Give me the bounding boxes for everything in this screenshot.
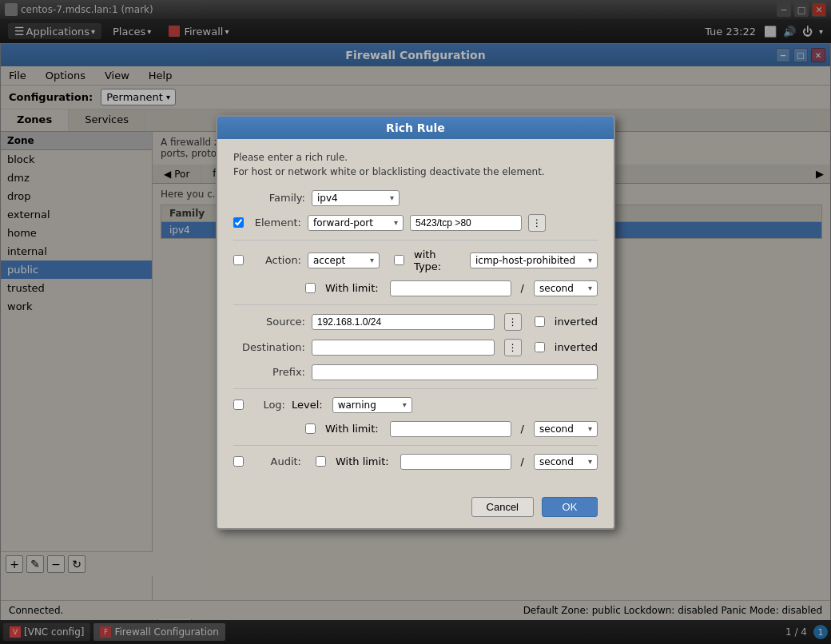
dialog-overlay: Rich Rule Please enter a rich rule. For … bbox=[0, 0, 831, 644]
source-row: Source: ⋮ inverted bbox=[233, 313, 598, 331]
element-row: Element: forward-port ▾ ⋮ bbox=[233, 214, 598, 232]
source-browse-btn[interactable]: ⋮ bbox=[504, 313, 522, 331]
log-label: Log: bbox=[253, 399, 285, 411]
destination-label: Destination: bbox=[233, 341, 305, 353]
action-limit-input[interactable] bbox=[390, 280, 511, 296]
source-inverted-label: inverted bbox=[555, 316, 598, 328]
prefix-row: Prefix: bbox=[233, 364, 598, 380]
action-limit-row: With limit: / second ▾ bbox=[305, 280, 598, 296]
rich-rule-dialog: Rich Rule Please enter a rich rule. For … bbox=[216, 115, 615, 530]
action-limit-unit: second bbox=[539, 283, 574, 294]
dialog-footer: Cancel OK bbox=[217, 489, 614, 528]
action-with-limit-checkbox[interactable] bbox=[305, 283, 316, 293]
prefix-label: Prefix: bbox=[233, 366, 305, 378]
element-value: forward-port bbox=[313, 217, 373, 229]
divider3 bbox=[233, 388, 598, 389]
with-type-label: with Type: bbox=[414, 248, 460, 272]
audit-with-limit-label: With limit: bbox=[336, 455, 389, 467]
log-limit-unit-select[interactable]: second ▾ bbox=[534, 421, 598, 437]
log-limit-input[interactable] bbox=[390, 421, 511, 437]
log-limit-slash: / bbox=[521, 423, 524, 435]
family-value: ipv4 bbox=[317, 193, 338, 204]
ok-button[interactable]: OK bbox=[542, 497, 598, 517]
family-select-arrow: ▾ bbox=[390, 193, 394, 202]
family-label: Family: bbox=[233, 192, 305, 204]
element-browse-btn[interactable]: ⋮ bbox=[528, 214, 546, 232]
destination-inverted-checkbox[interactable] bbox=[535, 342, 545, 352]
audit-label: Audit: bbox=[253, 455, 301, 467]
with-type-checkbox[interactable] bbox=[394, 255, 404, 265]
log-level-arrow: ▾ bbox=[403, 400, 407, 409]
audit-row: Audit: With limit: / second ▾ bbox=[233, 454, 598, 470]
dialog-desc: Please enter a rich rule. For host or ne… bbox=[233, 150, 598, 179]
log-with-limit-checkbox[interactable] bbox=[305, 423, 316, 434]
with-type-select[interactable]: icmp-host-prohibited ▾ bbox=[470, 252, 598, 268]
log-with-limit-label: With limit: bbox=[325, 423, 379, 435]
element-label: Element: bbox=[253, 217, 301, 229]
log-level-value: warning bbox=[338, 400, 376, 411]
destination-input[interactable] bbox=[312, 340, 495, 356]
action-checkbox[interactable] bbox=[233, 255, 244, 265]
source-input[interactable] bbox=[312, 314, 495, 330]
dialog-title: Rich Rule bbox=[217, 117, 614, 139]
audit-limit-unit-select[interactable]: second ▾ bbox=[534, 454, 598, 470]
element-checkbox[interactable] bbox=[233, 217, 244, 228]
log-limit-row: With limit: / second ▾ bbox=[305, 421, 598, 437]
action-limit-unit-select[interactable]: second ▾ bbox=[534, 280, 598, 296]
action-select-arrow: ▾ bbox=[370, 256, 374, 264]
action-limit-unit-arrow: ▾ bbox=[588, 284, 592, 292]
divider2 bbox=[233, 304, 598, 305]
action-limit-slash: / bbox=[521, 282, 524, 294]
dialog-desc-line1: Please enter a rich rule. bbox=[233, 150, 598, 165]
source-inverted-checkbox[interactable] bbox=[535, 316, 545, 327]
destination-inverted-label: inverted bbox=[555, 341, 598, 353]
family-row: Family: ipv4 ▾ bbox=[233, 190, 598, 206]
audit-limit-input[interactable] bbox=[400, 454, 511, 470]
with-type-select-arrow: ▾ bbox=[588, 256, 592, 264]
dialog-body: Please enter a rich rule. For host or ne… bbox=[217, 139, 614, 489]
log-checkbox[interactable] bbox=[233, 400, 244, 410]
element-select-arrow: ▾ bbox=[394, 218, 398, 227]
action-value: accept bbox=[313, 255, 345, 266]
log-level-label: Level: bbox=[292, 399, 323, 411]
element-input[interactable] bbox=[410, 215, 522, 231]
divider1 bbox=[233, 240, 598, 241]
divider4 bbox=[233, 445, 598, 446]
log-row: Log: Level: warning ▾ bbox=[233, 397, 598, 413]
action-with-limit-label: With limit: bbox=[325, 282, 379, 294]
log-limit-unit-arrow: ▾ bbox=[588, 424, 592, 433]
dialog-desc-line2: For host or network white or blacklistin… bbox=[233, 165, 598, 179]
audit-limit-unit: second bbox=[539, 456, 574, 467]
element-select[interactable]: forward-port ▾ bbox=[308, 215, 404, 231]
log-limit-unit: second bbox=[539, 423, 574, 435]
audit-with-limit-checkbox[interactable] bbox=[316, 456, 326, 467]
destination-row: Destination: ⋮ inverted bbox=[233, 339, 598, 356]
audit-limit-slash: / bbox=[521, 455, 524, 467]
audit-limit-unit-arrow: ▾ bbox=[588, 457, 592, 466]
log-level-select[interactable]: warning ▾ bbox=[332, 397, 412, 413]
destination-browse-btn[interactable]: ⋮ bbox=[504, 339, 522, 356]
audit-checkbox[interactable] bbox=[233, 456, 244, 467]
action-label: Action: bbox=[253, 254, 301, 266]
cancel-button[interactable]: Cancel bbox=[471, 497, 534, 517]
family-select[interactable]: ipv4 ▾ bbox=[312, 190, 400, 206]
action-select[interactable]: accept ▾ bbox=[308, 252, 380, 268]
prefix-input[interactable] bbox=[312, 364, 598, 380]
source-label: Source: bbox=[233, 316, 305, 328]
action-row: Action: accept ▾ with Type: icmp-host-pr… bbox=[233, 248, 598, 272]
with-type-value: icmp-host-prohibited bbox=[475, 255, 575, 266]
